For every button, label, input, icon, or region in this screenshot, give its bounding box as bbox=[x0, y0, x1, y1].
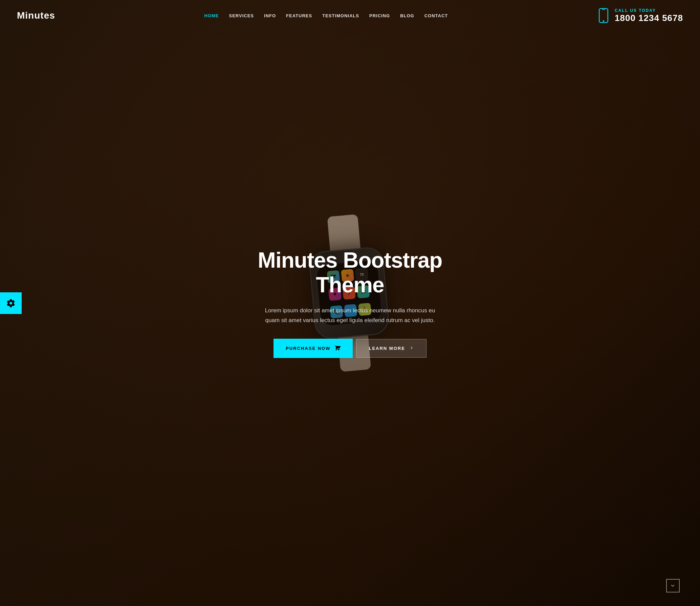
mobile-icon bbox=[599, 8, 608, 23]
hero-section: 🗺☀73♥♪✉📞🌐🏃 Minutes Bootstrap Theme Lorem… bbox=[0, 0, 700, 606]
hero-content: Minutes Bootstrap Theme Lorem ipsum dolo… bbox=[232, 248, 468, 358]
purchase-now-button[interactable]: PURCHASE NOW bbox=[274, 339, 353, 358]
hero-buttons: PURCHASE NOW LEARN MORE bbox=[238, 339, 462, 358]
main-nav: HOMESERVICESINFOFEATURESTESTIMONIALSPRIC… bbox=[204, 13, 448, 19]
learn-more-button[interactable]: LEARN MORE bbox=[356, 339, 426, 358]
nav-item-pricing[interactable]: PRICING bbox=[369, 13, 390, 18]
chevron-right-icon bbox=[409, 345, 414, 351]
nav-item-testimonials[interactable]: TESTIMONIALS bbox=[322, 13, 359, 18]
site-logo[interactable]: Minutes bbox=[17, 10, 55, 21]
phone-number[interactable]: 1800 1234 5678 bbox=[615, 13, 683, 23]
svg-point-2 bbox=[603, 20, 605, 22]
nav-item-blog[interactable]: BLOG bbox=[400, 13, 414, 18]
nav-item-contact[interactable]: CONTACT bbox=[424, 13, 448, 18]
nav-item-home[interactable]: HOME bbox=[204, 13, 219, 18]
cart-icon bbox=[334, 345, 341, 352]
phone-icon bbox=[597, 7, 610, 24]
header: Minutes HOMESERVICESINFOFEATURESTESTIMON… bbox=[0, 0, 700, 31]
scroll-down-arrow[interactable] bbox=[666, 579, 680, 592]
gear-icon bbox=[6, 298, 16, 308]
contact-text: CALL US TODAY 1800 1234 5678 bbox=[615, 8, 683, 23]
hero-description: Lorem ipsum dolor sit amet ipsum lectus … bbox=[260, 306, 440, 326]
nav-item-info[interactable]: INFO bbox=[264, 13, 276, 18]
contact-info: CALL US TODAY 1800 1234 5678 bbox=[597, 7, 683, 24]
purchase-label: PURCHASE NOW bbox=[286, 346, 330, 351]
nav-list: HOMESERVICESINFOFEATURESTESTIMONIALSPRIC… bbox=[204, 13, 448, 19]
svg-rect-1 bbox=[602, 9, 605, 10]
nav-item-features[interactable]: FEATURES bbox=[286, 13, 312, 18]
nav-item-services[interactable]: SERVICES bbox=[229, 13, 254, 18]
hero-title: Minutes Bootstrap Theme bbox=[238, 248, 462, 298]
settings-button[interactable] bbox=[0, 292, 22, 314]
call-label: CALL US TODAY bbox=[615, 8, 683, 13]
learn-more-label: LEARN MORE bbox=[369, 346, 405, 351]
